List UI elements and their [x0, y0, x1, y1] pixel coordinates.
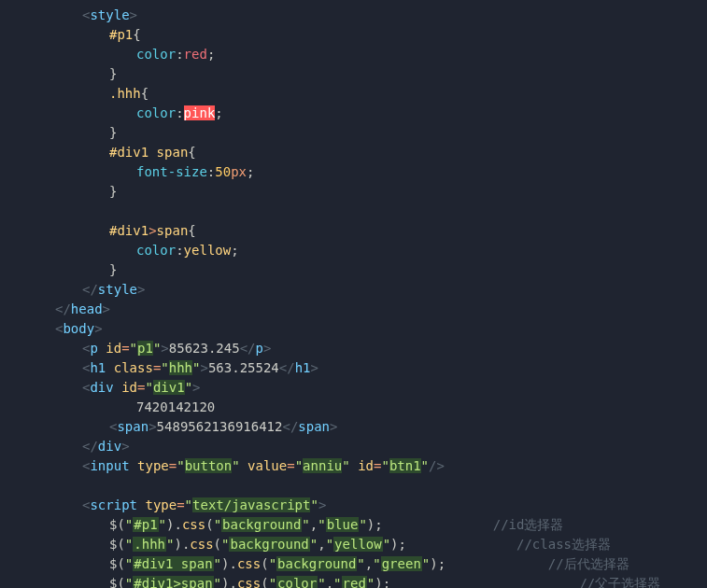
code-line: $("#p1").css("background","blue"); //id选…: [28, 515, 707, 535]
code-line: $(".hhh").css("background","yellow"); //…: [28, 535, 707, 554]
code-line: }: [28, 123, 707, 143]
code-line: <script type="text/javascript">: [28, 496, 707, 515]
code-line: <style>: [28, 6, 707, 25]
code-line: color:red;: [28, 45, 707, 64]
code-line: <body>: [28, 319, 707, 339]
code-line: [28, 476, 707, 496]
code-line: [28, 202, 707, 221]
code-line: #div1>span{: [28, 221, 707, 241]
code-line: #div1 span{: [28, 143, 707, 162]
code-line: 7420142120: [28, 398, 707, 417]
code-line: </div>: [28, 437, 707, 456]
code-line: <div id="div1">: [28, 378, 707, 398]
code-line: $("#div1>span").css("color","red"); //父子…: [28, 574, 707, 588]
code-line: <span>5489562136916412</span>: [28, 417, 707, 437]
code-line: .hhh{: [28, 84, 707, 104]
code-line: }: [28, 182, 707, 202]
code-line: }: [28, 260, 707, 280]
code-line: </style>: [28, 280, 707, 300]
code-line: #p1{: [28, 25, 707, 45]
code-line: </head>: [28, 300, 707, 319]
code-line: $("#div1 span").css("background","green"…: [28, 554, 707, 574]
code-line: color:pink;: [28, 104, 707, 123]
code-line: }: [28, 64, 707, 84]
code-line: <h1 class="hhh">563.25524</h1>: [28, 358, 707, 378]
code-line: font-size:50px;: [28, 162, 707, 182]
code-line: <p id="p1">85623.245</p>: [28, 339, 707, 358]
code-line: <input type="button" value="anniu" id="b…: [28, 456, 707, 476]
code-line: color:yellow;: [28, 241, 707, 260]
